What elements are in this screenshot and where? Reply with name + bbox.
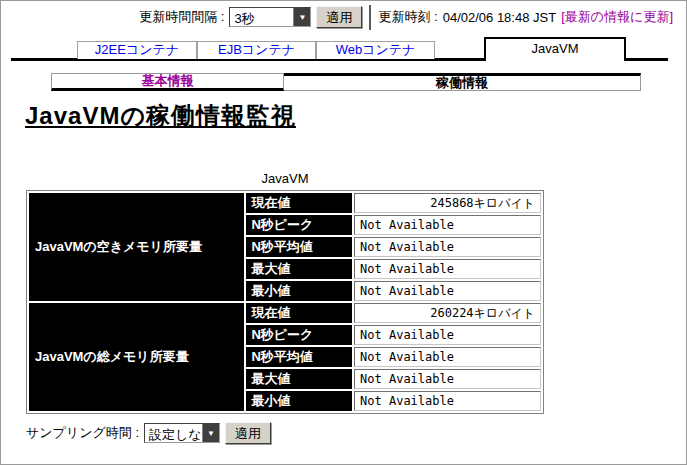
metric-label: 現在値 xyxy=(246,193,352,213)
tab-j2ee-container[interactable]: J2EEコンテナ xyxy=(77,41,197,59)
table-caption: JavaVM xyxy=(26,171,544,186)
latest-info-refresh-link[interactable]: [最新の情報に更新] xyxy=(561,8,673,26)
topbar-divider xyxy=(369,5,371,30)
sampling-time-select[interactable]: 設定しない ▼ xyxy=(144,423,220,443)
javavm-monitor-page: 更新時間間隔 : 3秒 ▼ 適用 更新時刻 : 04/02/06 18:48 J… xyxy=(0,0,687,465)
metric-value: Not Available xyxy=(354,347,541,367)
sub-tab-bar: 基本情報 稼働情報 xyxy=(51,73,641,91)
metric-label: N秒ピーク xyxy=(246,215,352,235)
table-row: JavaVMの空きメモリ所要量 現在値 245868キロバイト xyxy=(29,193,541,213)
javavm-metrics-table: JavaVMの空きメモリ所要量 現在値 245868キロバイト N秒ピーク No… xyxy=(26,190,544,414)
tab-javavm[interactable]: JavaVM xyxy=(484,37,626,61)
metric-value: Not Available xyxy=(354,215,541,235)
metric-label: N秒平均値 xyxy=(246,347,352,367)
metric-value: Not Available xyxy=(354,237,541,257)
dropdown-arrow-icon[interactable]: ▼ xyxy=(202,424,219,442)
sampling-apply-button[interactable]: 適用 xyxy=(225,422,271,444)
metric-label: 現在値 xyxy=(246,303,352,323)
page-title: JavaVMの稼働情報監視 xyxy=(25,100,296,132)
refresh-bar: 更新時間間隔 : 3秒 ▼ 適用 更新時刻 : 04/02/06 18:48 J… xyxy=(139,4,673,30)
metric-value: Not Available xyxy=(354,259,541,279)
dropdown-arrow-icon[interactable]: ▼ xyxy=(293,8,310,26)
tab-ejb-container[interactable]: EJBコンテナ xyxy=(197,41,316,59)
group-label-free-memory: JavaVMの空きメモリ所要量 xyxy=(29,193,244,301)
metric-value: 260224キロバイト xyxy=(354,303,541,323)
metric-value: Not Available xyxy=(354,325,541,345)
metric-value: 245868キロバイト xyxy=(354,193,541,213)
metric-label: 最大値 xyxy=(246,369,352,389)
refresh-interval-select[interactable]: 3秒 ▼ xyxy=(229,7,311,27)
metric-label: 最大値 xyxy=(246,259,352,279)
metric-label: 最小値 xyxy=(246,281,352,301)
metric-value: Not Available xyxy=(354,391,541,411)
refresh-apply-button[interactable]: 適用 xyxy=(316,6,362,28)
metric-value: Not Available xyxy=(354,369,541,389)
metric-label: N秒ピーク xyxy=(246,325,352,345)
sampling-time-label: サンプリング時間 : xyxy=(26,424,139,442)
metric-label: N秒平均値 xyxy=(246,237,352,257)
group-label-total-memory: JavaVMの総メモリ所要量 xyxy=(29,303,244,411)
subtab-operating-info: 稼働情報 xyxy=(284,73,641,91)
tab-web-container[interactable]: Webコンテナ xyxy=(316,41,435,59)
sampling-time-value: 設定しない xyxy=(145,424,202,442)
refresh-interval-value: 3秒 xyxy=(230,8,293,26)
main-tab-bar: J2EEコンテナ EJBコンテナ Webコンテナ JavaVM xyxy=(11,37,668,61)
sampling-bar: サンプリング時間 : 設定しない ▼ 適用 xyxy=(26,421,271,445)
refresh-interval-label: 更新時間間隔 : xyxy=(139,8,224,26)
metric-value: Not Available xyxy=(354,281,541,301)
metric-label: 最小値 xyxy=(246,391,352,411)
refresh-time-label: 更新時刻 : xyxy=(378,8,437,26)
refresh-time-value: 04/02/06 18:48 JST xyxy=(443,10,556,25)
table-row: JavaVMの総メモリ所要量 現在値 260224キロバイト xyxy=(29,303,541,323)
subtab-basic-info[interactable]: 基本情報 xyxy=(51,73,284,91)
